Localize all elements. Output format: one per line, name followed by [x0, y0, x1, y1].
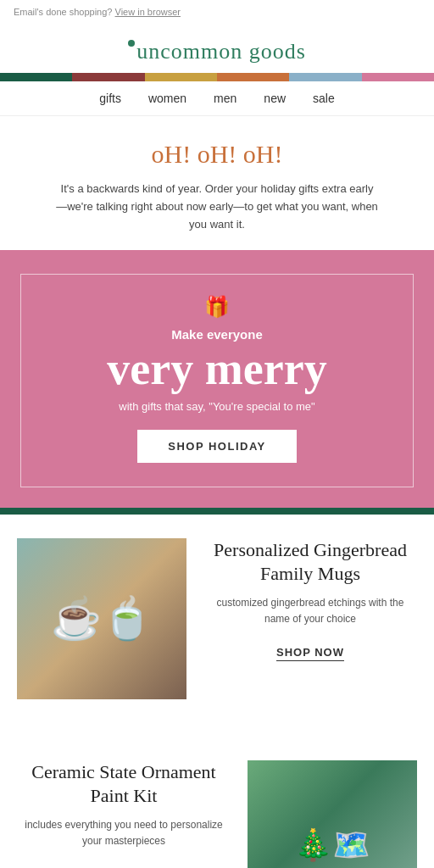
pink-banner: 🎁 Make everyone very merry with gifts th… — [0, 250, 434, 508]
nav-sale[interactable]: sale — [313, 92, 335, 105]
mugs-shop-now-link[interactable]: SHOP NOW — [276, 646, 344, 661]
nav-gifts[interactable]: gifts — [99, 92, 121, 105]
section-divider — [0, 723, 434, 737]
logo-dot-icon — [128, 40, 135, 47]
nav-new[interactable]: new — [264, 92, 286, 105]
color-bar-segment-1 — [0, 73, 72, 81]
gift-icon: 🎁 — [38, 295, 396, 319]
ornament-product-image: 🎄🗺️ — [248, 760, 417, 868]
mugs-product-description: customized gingerbread etchings with the… — [203, 595, 417, 627]
color-bar-segment-4 — [217, 73, 289, 81]
dark-green-bar — [0, 508, 434, 515]
hero-body: It's a backwards kind of year. Order you… — [56, 181, 378, 233]
ornament-product-title: Ceramic State Ornament Paint Kit — [17, 760, 231, 807]
top-bar: Email's done shopping? View in browser — [0, 0, 434, 24]
banner-subtitle: Make everyone — [38, 327, 396, 342]
banner-title: very merry — [38, 345, 396, 393]
product-ornament-row: Ceramic State Ornament Paint Kit include… — [0, 737, 434, 868]
banner-description: with gifts that say, "You're special to … — [38, 400, 396, 413]
ornament-product-text: Ceramic State Ornament Paint Kit include… — [17, 760, 231, 866]
color-bar-segment-3 — [145, 73, 217, 81]
ornament-product-description: includes everything you need to personal… — [17, 817, 231, 849]
ornament-emoji-icon: 🎄🗺️ — [294, 827, 370, 863]
top-bar-text: Email's done shopping? — [14, 7, 112, 17]
logo-text: uncommon goods — [136, 39, 306, 64]
shop-holiday-button[interactable]: SHOP HOLIDAY — [137, 430, 297, 463]
color-bar-segment-6 — [362, 73, 434, 81]
banner-inner-frame: 🎁 Make everyone very merry with gifts th… — [20, 274, 414, 487]
color-bar-segment-5 — [289, 73, 361, 81]
color-bar-segment-2 — [72, 73, 144, 81]
nav-women[interactable]: women — [148, 92, 186, 105]
navigation: gifts women men new sale — [0, 81, 434, 116]
view-in-browser-link[interactable]: View in browser — [115, 7, 181, 17]
color-bar — [0, 73, 434, 81]
hero-section: oH! oH! oH! It's a backwards kind of yea… — [0, 116, 434, 250]
product-mugs-row: ☕🍵 Personalized Gingerbread Family Mugs … — [0, 515, 434, 723]
header: uncommon goods — [0, 24, 434, 73]
hero-headline: oH! oH! oH! — [27, 140, 407, 169]
mugs-product-title: Personalized Gingerbread Family Mugs — [203, 538, 417, 585]
logo: uncommon goods — [128, 39, 306, 64]
mugs-emoji-icon: ☕🍵 — [51, 595, 153, 643]
mugs-product-text: Personalized Gingerbread Family Mugs cus… — [203, 538, 417, 661]
nav-men[interactable]: men — [214, 92, 236, 105]
mugs-product-image: ☕🍵 — [17, 538, 186, 699]
